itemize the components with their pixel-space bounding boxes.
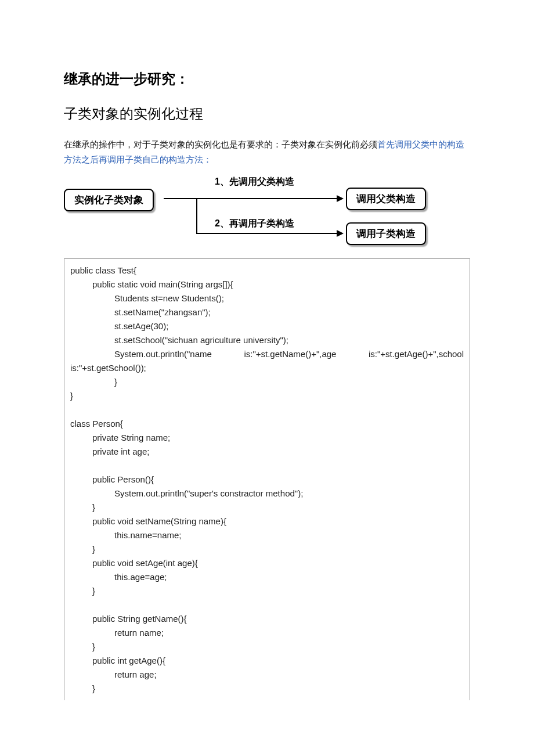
code-line: public int getAge(){ [70,654,464,668]
arrow-icon [337,230,344,237]
code-line: private int age; [70,445,464,459]
code-line: public void setAge(int age){ [70,556,464,570]
code-line: this.name=name; [70,528,464,542]
code-line: is:"+st.getSchool()); [70,361,464,375]
diagram-box-parent: 调用父类构造 [346,188,426,210]
code-line: private String name; [70,431,464,445]
code-line: public Person(){ [70,473,464,487]
code-line: } [70,375,464,389]
diagram-line-h2 [196,233,337,234]
code-line: System.out.println("name is:"+st.getName… [70,347,464,361]
code-block: public class Test{ public static void ma… [64,258,470,700]
code-blank-line [70,403,464,417]
code-line: public class Test{ [70,264,464,278]
code-line: st.setName("zhangsan"); [70,305,464,319]
arrow-icon [337,195,344,202]
code-line: System.out.println("super's constractor … [70,487,464,501]
intro-text-tail: ： [203,154,212,164]
code-line: } [70,640,464,654]
page-title: 继承的进一步研究： [64,70,470,88]
diagram-box-source: 实例化子类对象 [64,189,154,211]
code-line: } [70,682,464,696]
diagram-box-child: 调用子类构造 [346,222,426,245]
code-line: } [70,542,464,556]
code-fragment: is:"+st.getAge()+",school [369,347,464,361]
code-fragment: is:"+st.getName()+",age [244,347,336,361]
intro-text-plain: 在继承的操作中，对于子类对象的实例化也是有要求的：子类对象在实例化前必须 [64,139,377,149]
code-line: public static void main(String args[]){ [70,278,464,291]
code-line: } [70,389,464,403]
code-blank-line [70,459,464,473]
diagram-line-h1 [164,198,337,199]
intro-paragraph: 在继承的操作中，对于子类对象的实例化也是有要求的：子类对象在实例化前必须首先调用… [64,137,470,167]
diagram-label-2: 2、再调用子类构造 [215,218,294,230]
section-heading: 子类对象的实例化过程 [64,105,470,123]
code-blank-line [70,598,464,612]
code-line: class Person{ [70,417,464,431]
code-line: } [70,501,464,514]
code-line: public void setName(String name){ [70,514,464,528]
code-line: public String getName(){ [70,612,464,626]
code-line: } [70,584,464,598]
code-line: st.setSchool("sichuan agriculture univer… [70,333,464,347]
code-line: return name; [70,626,464,640]
flow-diagram: 实例化子类对象 1、先调用父类构造 调用父类构造 2、再调用子类构造 调用子类构… [64,175,470,250]
code-line: Students st=new Students(); [70,291,464,305]
code-line: st.setAge(30); [70,319,464,333]
code-fragment: System.out.println("name [114,347,212,361]
diagram-label-1: 1、先调用父类构造 [215,176,294,188]
diagram-line-v [196,198,197,234]
code-line: this.age=age; [70,570,464,584]
code-line: return age; [70,668,464,682]
